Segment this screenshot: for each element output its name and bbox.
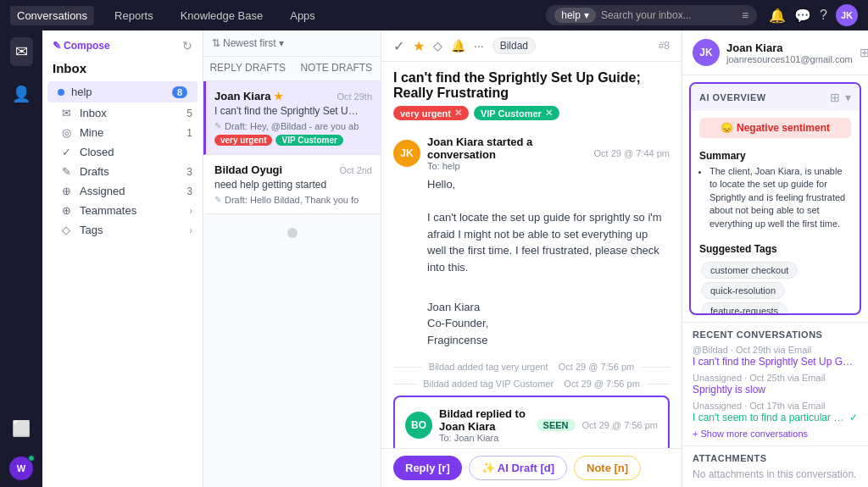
sentiment-badge: 😞 Negative sentiment	[699, 118, 851, 138]
reply-timestamp: Oct 29 @ 7:56 pm	[582, 420, 658, 430]
remove-urgent-label[interactable]: ✕	[454, 108, 462, 119]
message-meta-0: JK Joan Kiara started a conversation To:…	[393, 136, 670, 171]
inbox-header: ✎ Compose ↻	[42, 30, 203, 58]
conv-list-header: ⇅ Newest first ▾	[203, 30, 381, 57]
note-button[interactable]: Note [n]	[574, 456, 641, 480]
sort-button[interactable]: ⇅ Newest first ▾	[212, 37, 284, 49]
main-layout: ✉ 👤 ⬜ W ✎ Compose ↻ Inbox help 8 ✉ Inbox	[0, 30, 868, 487]
recent-meta-0: @Bildad · Oct 29th via Email	[693, 345, 858, 355]
conv-item-name-0: Joan Kiara ★	[214, 90, 283, 102]
workspace-avatar[interactable]: W	[9, 457, 33, 480]
ai-more-icon[interactable]: ⊞	[830, 91, 840, 104]
filter-icon[interactable]: ≡	[742, 8, 748, 22]
reply-sender: Bildad replied to Joan Kiara	[439, 407, 530, 433]
search-input[interactable]	[601, 9, 737, 21]
inbox-title: Inbox	[53, 61, 86, 75]
inbox-sub-icon-mine: ◎	[59, 126, 73, 139]
reply-to: To: Joan Kiara	[439, 433, 530, 443]
contact-name: Joan Kiara	[726, 42, 853, 54]
suggested-tag-2[interactable]: feature-requests	[701, 302, 787, 315]
icon-sidebar: ✉ 👤 ⬜ W	[0, 30, 42, 487]
conv-item-subject-1: need help getting started	[214, 179, 359, 191]
star-button[interactable]: ★	[413, 38, 425, 54]
conv-header: ✓ ★ ◇ 🔔 ··· Bildad #8	[381, 30, 682, 62]
seen-badge: SEEN	[537, 419, 576, 431]
inbox-sub-icon-tags: ◇	[59, 224, 73, 236]
suggested-tag-1[interactable]: quick-resolution	[701, 282, 785, 299]
conv-star-0[interactable]: ★	[274, 91, 283, 102]
message-timestamp-0: Oct 29 @ 7:44 pm	[594, 148, 670, 158]
bell-button[interactable]: 🔔	[451, 39, 465, 53]
help-badge[interactable]: help ▾	[554, 8, 596, 23]
event-1: Bildad added tag VIP Customer Oct 29 @ 7…	[393, 379, 670, 389]
user-avatar[interactable]: JK	[836, 4, 858, 26]
suggested-tags-section: Suggested Tags customer checkout quick-r…	[691, 238, 860, 315]
pencil-icon-1: ✎	[214, 195, 221, 204]
nav-knowledge-base[interactable]: Knowledge Base	[174, 6, 270, 25]
contact-settings-icon[interactable]: ⊞	[860, 46, 868, 59]
inbox-help-count: 8	[172, 86, 187, 98]
summary-text: The client, Joan Kiara, is unable to loc…	[699, 165, 851, 230]
main-content: ✓ ★ ◇ 🔔 ··· Bildad #8 I can't find the S…	[381, 30, 682, 487]
conv-item-1[interactable]: Bildad Oyugi Oct 2nd need help getting s…	[203, 155, 381, 214]
inbox-sub-drafts[interactable]: ✎ Drafts 3	[42, 162, 203, 181]
inbox-sub-icon-assigned: ⊕	[59, 185, 73, 197]
contact-actions: ⊞ ⊡	[860, 46, 868, 59]
sidebar-bottom-icon[interactable]: ⬜	[7, 414, 36, 443]
label-vip-customer: VIP Customer ✕	[474, 106, 559, 120]
remove-vip-label[interactable]: ✕	[545, 108, 553, 119]
inbox-sub-icon-inbox: ✉	[59, 107, 73, 119]
tag-button[interactable]: ◇	[433, 39, 442, 53]
sidebar-contacts-icon[interactable]: 👤	[7, 80, 36, 108]
recent-link-1[interactable]: Sprightly is slow	[693, 384, 854, 396]
conversation-list: ⇅ Newest first ▾ REPLY DRAFTS NOTE DRAFT…	[203, 30, 381, 487]
recent-link-2[interactable]: I can't seem to find a particular featur…	[693, 412, 846, 423]
show-more-conversations[interactable]: + Show more conversations	[693, 429, 858, 439]
attachments-section: ATTACHMENTS No attachments in this conve…	[682, 445, 868, 487]
recent-item-2: Unassigned · Oct 17th via Email I can't …	[693, 401, 858, 423]
chat-icon[interactable]: 💬	[794, 8, 811, 24]
inbox-help-item[interactable]: help 8	[47, 81, 198, 102]
conv-tags-0: very urgent VIP Customer	[214, 135, 372, 146]
message-body-0: Hello, I can't locate the set up guide f…	[427, 176, 670, 348]
tab-note-drafts[interactable]: NOTE DRAFTS	[292, 57, 381, 80]
pencil-icon-0: ✎	[214, 121, 221, 130]
ai-overview-title: AI OVERVIEW	[699, 92, 766, 102]
reply-button[interactable]: Reply [r]	[393, 456, 462, 480]
inbox-sub-assigned[interactable]: ⊕ Assigned 3	[42, 181, 203, 201]
ai-draft-button[interactable]: ✨ AI Draft [d]	[469, 456, 567, 480]
compose-button[interactable]: ✎ Compose	[53, 40, 110, 52]
nav-apps[interactable]: Apps	[283, 6, 322, 25]
recent-item-1: Unassigned · Oct 25th via Email Sprightl…	[693, 373, 858, 396]
conv-item-0[interactable]: Joan Kiara ★ Oct 29th I can't find the S…	[203, 81, 381, 155]
nav-conversations[interactable]: Conversations	[10, 6, 94, 25]
more-button[interactable]: ···	[474, 39, 484, 53]
contact-email: joanresources101@gmail.com	[726, 54, 853, 64]
tag-urgent-0: very urgent	[214, 135, 272, 146]
inbox-title-row: Inbox	[42, 58, 203, 80]
conv-item-date-0: Oct 29th	[337, 91, 372, 102]
help-icon[interactable]: ?	[820, 8, 827, 23]
ai-overview-panel: AI OVERVIEW ⊞ ▾ 😞 Negative sentiment Sum…	[689, 82, 861, 315]
check-button[interactable]: ✓	[393, 38, 404, 54]
ai-collapse-icon[interactable]: ▾	[845, 91, 851, 104]
tab-reply-drafts[interactable]: REPLY DRAFTS	[203, 57, 292, 80]
inbox-sub-closed[interactable]: ✓ Closed	[42, 142, 203, 162]
inbox-refresh-icon[interactable]: ↻	[182, 39, 192, 53]
nav-reports[interactable]: Reports	[108, 6, 160, 25]
conv-item-preview-0: ✎ Draft: Hey, @Bildad - are you abl... 2	[214, 120, 359, 131]
inbox-sub-teammates[interactable]: ⊕ Teammates ›	[42, 201, 203, 220]
summary-title: Summary	[699, 150, 851, 162]
sidebar-chat-icon[interactable]: ✉	[10, 37, 33, 66]
inbox-sub-mine[interactable]: ◎ Mine 1	[42, 123, 203, 142]
inbox-sub-inbox[interactable]: ✉ Inbox 5	[42, 103, 203, 123]
teammates-arrow: ›	[189, 205, 192, 217]
suggested-tag-0[interactable]: customer checkout	[701, 262, 798, 279]
inbox-sub-tags[interactable]: ◇ Tags ›	[42, 220, 203, 240]
bell-icon[interactable]: 🔔	[769, 8, 786, 24]
inbox-sub-icon-teammates: ⊕	[59, 204, 73, 217]
search-box: help ▾ ≡	[546, 5, 757, 25]
messages-area: JK Joan Kiara started a conversation To:…	[381, 127, 682, 448]
recent-link-0[interactable]: I can't find the Sprightly Set Up Guide;…	[693, 356, 854, 368]
suggested-tags-title: Suggested Tags	[699, 243, 851, 255]
